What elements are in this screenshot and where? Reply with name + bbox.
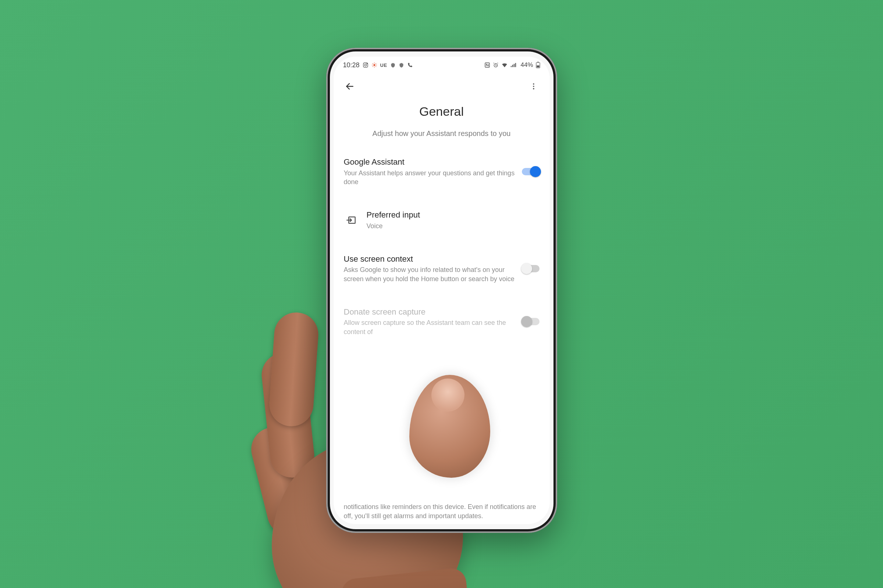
phone-icon (407, 63, 413, 68)
row-desc: Allow screen capture so the Assistant te… (344, 318, 515, 336)
signal-icon (510, 63, 516, 68)
row-google-assistant[interactable]: Google Assistant Your Assistant helps an… (334, 152, 550, 192)
svg-line-16 (493, 63, 494, 63)
row-title: Use screen context (344, 254, 515, 264)
row-desc: Your Assistant helps answer your questio… (344, 169, 515, 187)
svg-point-3 (373, 64, 375, 66)
row-text: Use screen context Asks Google to show y… (344, 254, 515, 284)
google-assistant-toggle[interactable] (522, 168, 540, 175)
phone-frame: 10:28 UE (326, 48, 557, 533)
row-text: Preferred input Voice (367, 210, 540, 230)
back-button[interactable] (341, 78, 358, 94)
svg-line-10 (373, 66, 373, 66)
row-desc: Asks Google to show you info related to … (344, 266, 515, 284)
thumb-shadow (401, 366, 497, 469)
settings-content[interactable]: General Adjust how your Assistant respon… (334, 99, 550, 524)
wifi-icon (501, 62, 508, 68)
row-preferred-input[interactable]: Preferred input Voice (334, 205, 550, 236)
screen-context-toggle[interactable] (522, 265, 540, 272)
row-screen-context[interactable]: Use screen context Asks Google to show y… (334, 249, 550, 288)
shield-icon-2 (399, 63, 404, 68)
svg-line-9 (376, 66, 376, 66)
shield-icon (390, 63, 396, 68)
instagram-icon (363, 62, 369, 68)
alarm-icon (493, 62, 499, 68)
svg-rect-19 (537, 65, 539, 68)
svg-line-11 (376, 63, 376, 64)
status-time: 10:28 (343, 62, 360, 69)
svg-line-17 (498, 63, 498, 63)
svg-line-8 (373, 63, 373, 64)
ue-badge: UE (380, 63, 387, 68)
svg-point-1 (364, 64, 366, 66)
svg-point-22 (533, 83, 534, 85)
svg-line-15 (496, 65, 496, 66)
bottom-peek-text: notifications like reminders on this dev… (334, 502, 550, 520)
row-value: Voice (367, 222, 540, 230)
input-icon (344, 214, 360, 226)
svg-point-24 (533, 88, 534, 90)
sun-icon (372, 62, 377, 68)
row-title: Google Assistant (344, 157, 515, 167)
battery-icon (536, 62, 540, 68)
row-title: Preferred input (367, 210, 540, 220)
row-donate-capture[interactable]: Donate screen capture Allow screen captu… (334, 302, 550, 341)
overflow-menu-button[interactable] (525, 78, 542, 94)
svg-point-23 (533, 86, 534, 87)
nfc-icon (484, 62, 490, 68)
row-title: Donate screen capture (344, 307, 515, 317)
phone-screen: 10:28 UE (334, 57, 550, 524)
status-bar: 10:28 UE (334, 57, 550, 74)
app-bar (334, 74, 550, 99)
arrow-back-icon (345, 82, 355, 91)
page-subtitle: Adjust how your Assistant responds to yo… (364, 128, 519, 138)
more-vert-icon (529, 82, 538, 90)
row-text: Google Assistant Your Assistant helps an… (344, 157, 515, 186)
svg-point-2 (367, 63, 367, 64)
svg-rect-20 (537, 62, 539, 63)
battery-percent: 44% (520, 62, 533, 69)
page-title: General (334, 104, 550, 119)
donate-capture-toggle[interactable] (522, 318, 540, 325)
row-text: Donate screen capture Allow screen captu… (344, 307, 515, 336)
